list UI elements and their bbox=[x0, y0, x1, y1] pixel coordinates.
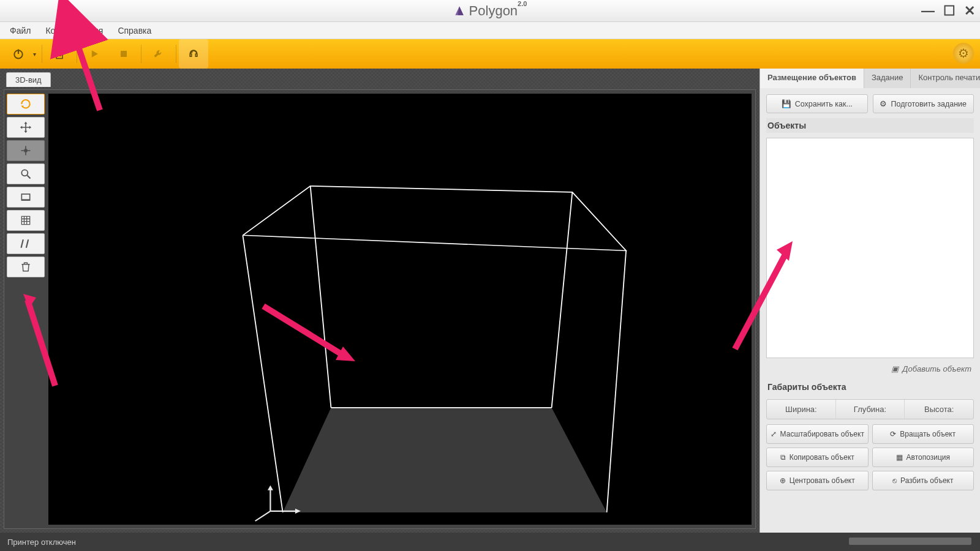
tab-print-control[interactable]: Контроль печати bbox=[911, 69, 980, 88]
scale-icon: ⤢ bbox=[771, 430, 777, 438]
svg-marker-11 bbox=[24, 122, 28, 124]
objects-list[interactable] bbox=[766, 138, 974, 358]
save-as-button[interactable]: 💾 Сохранить как... bbox=[766, 94, 868, 113]
stop-icon bbox=[118, 48, 130, 60]
split-label: Разбить объект bbox=[900, 476, 953, 485]
app-name: Polygon bbox=[469, 3, 518, 18]
file-button[interactable] bbox=[45, 39, 74, 69]
app-logo-icon bbox=[453, 5, 466, 17]
tool-delete[interactable] bbox=[7, 257, 45, 277]
svg-marker-23 bbox=[283, 408, 607, 512]
main-toolbar: ▾ ⚙ bbox=[0, 39, 980, 69]
svg-marker-12 bbox=[24, 131, 28, 133]
svg-point-9 bbox=[190, 51, 193, 53]
tab-placement[interactable]: Размещение объектов bbox=[760, 69, 864, 88]
plus-icon: ▣ bbox=[891, 364, 899, 373]
right-panel: Размещение объектов Задание Контроль печ… bbox=[760, 69, 980, 533]
rotate-object-button[interactable]: ⟳Вращать объект bbox=[872, 424, 974, 444]
copy-label: Копировать объект bbox=[790, 453, 854, 462]
dimensions-header: Габариты объекта bbox=[766, 380, 974, 394]
viewport-toolbox bbox=[7, 94, 45, 277]
scale-object-button[interactable]: ⤢Масштабировать объект bbox=[766, 424, 869, 444]
dimensions-row: Ширина: Глубина: Высота: bbox=[766, 399, 974, 419]
rotate-label: Вращать объект bbox=[900, 430, 956, 438]
svg-line-17 bbox=[28, 176, 31, 179]
menu-file[interactable]: Файл bbox=[4, 24, 37, 37]
title-bar: Polygon2.0 — ☐ ✕ bbox=[0, 0, 980, 22]
prepare-task-button[interactable]: ⚙ Подготовить задание bbox=[873, 94, 974, 113]
svg-marker-13 bbox=[20, 126, 22, 129]
tool-move-object[interactable] bbox=[7, 140, 45, 161]
progress-bar bbox=[849, 538, 971, 545]
minimize-button[interactable]: — bbox=[921, 4, 935, 18]
workspace: 3D-вид bbox=[0, 69, 980, 533]
copy-object-button[interactable]: ⧉Копировать объект bbox=[766, 448, 869, 467]
menu-config[interactable]: Конфигурация bbox=[39, 24, 109, 37]
tab-task[interactable]: Задание bbox=[864, 69, 911, 88]
play-icon bbox=[88, 48, 100, 60]
document-icon bbox=[53, 48, 66, 60]
grid-icon bbox=[20, 214, 32, 227]
power-dropdown[interactable]: ▾ bbox=[33, 51, 39, 58]
svg-marker-1 bbox=[458, 6, 463, 15]
maximize-button[interactable]: ☐ bbox=[943, 4, 956, 18]
scale-label: Масштабировать объект bbox=[780, 430, 864, 438]
stop-button[interactable] bbox=[109, 39, 138, 69]
center-label: Центровать объект bbox=[790, 476, 855, 485]
menu-help[interactable]: Справка bbox=[111, 24, 157, 37]
app-version: 2.0 bbox=[518, 0, 527, 7]
dim-width: Ширина: bbox=[767, 400, 836, 419]
close-button[interactable]: ✕ bbox=[964, 4, 975, 18]
tool-zoom[interactable] bbox=[7, 163, 45, 184]
tab-3d-view[interactable]: 3D-вид bbox=[6, 72, 51, 87]
autoposition-button[interactable]: ▦Автопозиция bbox=[872, 448, 974, 467]
svg-rect-8 bbox=[121, 51, 127, 57]
orbit-icon bbox=[20, 98, 32, 110]
svg-rect-19 bbox=[21, 199, 29, 201]
3d-viewport[interactable] bbox=[48, 94, 752, 525]
move-icon bbox=[20, 121, 32, 133]
prepare-task-label: Подготовить задание bbox=[891, 100, 967, 108]
svg-point-16 bbox=[21, 170, 28, 176]
support-button[interactable] bbox=[179, 39, 208, 69]
gear-small-icon: ⚙ bbox=[880, 99, 887, 108]
tool-parallel[interactable] bbox=[7, 233, 45, 254]
save-icon: 💾 bbox=[782, 99, 791, 108]
svg-marker-14 bbox=[29, 126, 31, 129]
dim-height: Высота: bbox=[905, 400, 973, 419]
tool-orbit[interactable] bbox=[7, 94, 45, 114]
svg-marker-7 bbox=[92, 50, 98, 58]
status-text: Принтер отключен bbox=[7, 538, 76, 547]
right-tabs: Размещение объектов Задание Контроль печ… bbox=[760, 69, 980, 88]
play-button[interactable] bbox=[80, 39, 109, 69]
tool-move[interactable] bbox=[7, 117, 45, 138]
add-object-button[interactable]: ▣ Добавить объект bbox=[766, 363, 974, 375]
split-object-button[interactable]: ⎋Разбить объект bbox=[872, 471, 974, 490]
tools-button[interactable] bbox=[144, 39, 173, 69]
save-as-label: Сохранить как... bbox=[795, 100, 853, 108]
headset-icon bbox=[187, 48, 200, 60]
settings-button[interactable]: ⚙ bbox=[953, 43, 974, 64]
copy-icon: ⧉ bbox=[780, 453, 786, 462]
svg-rect-15 bbox=[24, 149, 28, 152]
move-object-icon bbox=[20, 144, 32, 157]
tool-grid[interactable] bbox=[7, 210, 45, 231]
rotate-icon: ⟳ bbox=[890, 430, 896, 438]
gear-icon: ⚙ bbox=[958, 46, 969, 61]
autopos-icon: ▦ bbox=[896, 453, 903, 462]
wrench-icon bbox=[153, 48, 165, 60]
center-object-button[interactable]: ⊕Центровать объект bbox=[766, 471, 869, 490]
dim-depth: Глубина: bbox=[836, 400, 905, 419]
center-icon: ⊕ bbox=[780, 476, 786, 485]
svg-line-21 bbox=[26, 239, 28, 247]
add-object-label: Добавить объект bbox=[902, 364, 971, 373]
parallel-icon bbox=[20, 238, 32, 250]
autopos-label: Автопозиция bbox=[907, 453, 950, 462]
split-icon: ⎋ bbox=[892, 476, 897, 485]
status-bar: Принтер отключен bbox=[0, 533, 980, 551]
power-button[interactable] bbox=[4, 39, 33, 69]
perspective-icon bbox=[20, 191, 32, 203]
viewport-area: 3D-вид bbox=[0, 69, 760, 533]
magnifier-icon bbox=[20, 168, 32, 180]
tool-perspective[interactable] bbox=[7, 187, 45, 208]
